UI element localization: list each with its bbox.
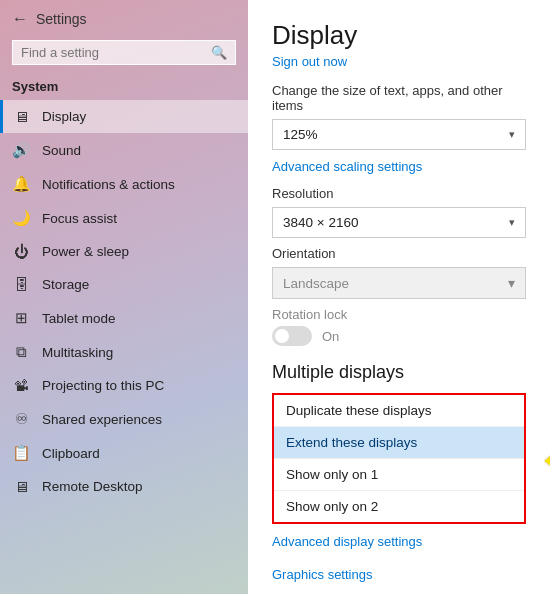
focus-label: Focus assist: [42, 211, 236, 226]
display-option-show2[interactable]: Show only on 2: [274, 491, 524, 522]
orientation-value: Landscape: [283, 276, 349, 291]
display-option-extend[interactable]: Extend these displays: [274, 427, 524, 459]
page-title: Display: [272, 20, 526, 51]
sidebar-item-clipboard[interactable]: 📋 Clipboard: [0, 436, 248, 470]
power-label: Power & sleep: [42, 244, 236, 259]
display-options-wrapper: Duplicate these displaysExtend these dis…: [272, 393, 526, 524]
main-content: Display Sign out now Change the size of …: [248, 0, 550, 594]
sidebar-item-focus[interactable]: 🌙 Focus assist: [0, 201, 248, 235]
display-option-duplicate[interactable]: Duplicate these displays: [274, 395, 524, 427]
resolution-dropdown[interactable]: 3840 × 2160 ▾: [272, 207, 526, 238]
toggle-row: On: [272, 326, 526, 346]
resolution-label: Resolution: [272, 186, 526, 201]
sidebar-item-projecting[interactable]: 📽 Projecting to this PC: [0, 369, 248, 402]
advanced-scaling-link[interactable]: Advanced scaling settings: [272, 159, 422, 174]
search-input[interactable]: [21, 45, 211, 60]
tablet-label: Tablet mode: [42, 311, 236, 326]
display-list: Duplicate these displaysExtend these dis…: [272, 393, 526, 524]
graphics-settings-link[interactable]: Graphics settings: [272, 567, 526, 582]
back-button[interactable]: ←: [12, 10, 28, 28]
orientation-label: Orientation: [272, 246, 526, 261]
sidebar-item-tablet[interactable]: ⊞ Tablet mode: [0, 301, 248, 335]
sidebar: ← Settings 🔍 System 🖥 Display 🔊 Sound 🔔 …: [0, 0, 248, 594]
sidebar-item-sound[interactable]: 🔊 Sound: [0, 133, 248, 167]
multitasking-label: Multitasking: [42, 345, 236, 360]
rotation-lock-label: Rotation lock: [272, 307, 526, 322]
sidebar-item-notifications[interactable]: 🔔 Notifications & actions: [0, 167, 248, 201]
sign-out-link[interactable]: Sign out now: [272, 54, 347, 69]
scale-value: 125%: [283, 127, 318, 142]
resolution-chevron-icon: ▾: [509, 216, 515, 229]
sidebar-title: Settings: [36, 11, 87, 27]
search-box[interactable]: 🔍: [12, 40, 236, 65]
projecting-icon: 📽: [12, 377, 30, 394]
notifications-label: Notifications & actions: [42, 177, 236, 192]
remote-icon: 🖥: [12, 478, 30, 495]
orientation-dropdown: Landscape ▾: [272, 267, 526, 299]
tablet-icon: ⊞: [12, 309, 30, 327]
display-option-show1[interactable]: Show only on 1: [274, 459, 524, 491]
back-icon: ←: [12, 10, 28, 28]
remote-label: Remote Desktop: [42, 479, 236, 494]
shared-icon: ♾: [12, 410, 30, 428]
multi-displays-title: Multiple displays: [272, 362, 526, 383]
storage-label: Storage: [42, 277, 236, 292]
yellow-arrow-icon: ←: [536, 438, 550, 480]
scale-dropdown[interactable]: 125% ▾: [272, 119, 526, 150]
rotation-lock-section: Rotation lock On: [272, 307, 526, 346]
sidebar-item-remote[interactable]: 🖥 Remote Desktop: [0, 470, 248, 503]
advanced-display-link[interactable]: Advanced display settings: [272, 534, 526, 549]
sound-icon: 🔊: [12, 141, 30, 159]
sidebar-item-multitasking[interactable]: ⧉ Multitasking: [0, 335, 248, 369]
storage-icon: 🗄: [12, 276, 30, 293]
display-label: Display: [42, 109, 236, 124]
rotation-lock-toggle: [272, 326, 312, 346]
notifications-icon: 🔔: [12, 175, 30, 193]
sidebar-items: 🖥 Display 🔊 Sound 🔔 Notifications & acti…: [0, 100, 248, 503]
power-icon: ⏻: [12, 243, 30, 260]
sidebar-item-shared[interactable]: ♾ Shared experiences: [0, 402, 248, 436]
rotation-lock-toggle-text: On: [322, 329, 339, 344]
sidebar-item-storage[interactable]: 🗄 Storage: [0, 268, 248, 301]
sidebar-item-power[interactable]: ⏻ Power & sleep: [0, 235, 248, 268]
footer-links: Advanced display settings Graphics setti…: [272, 534, 526, 594]
sidebar-section-label: System: [0, 75, 248, 100]
sound-label: Sound: [42, 143, 236, 158]
arrow-annotation: ←: [536, 438, 550, 480]
display-icon: 🖥: [12, 108, 30, 125]
multitasking-icon: ⧉: [12, 343, 30, 361]
clipboard-icon: 📋: [12, 444, 30, 462]
search-icon: 🔍: [211, 45, 227, 60]
clipboard-label: Clipboard: [42, 446, 236, 461]
scale-chevron-icon: ▾: [509, 128, 515, 141]
projecting-label: Projecting to this PC: [42, 378, 236, 393]
focus-icon: 🌙: [12, 209, 30, 227]
orientation-chevron-icon: ▾: [508, 275, 515, 291]
sidebar-item-display[interactable]: 🖥 Display: [0, 100, 248, 133]
resolution-value: 3840 × 2160: [283, 215, 358, 230]
shared-label: Shared experiences: [42, 412, 236, 427]
sidebar-header: ← Settings: [0, 0, 248, 36]
scale-label: Change the size of text, apps, and other…: [272, 83, 526, 113]
